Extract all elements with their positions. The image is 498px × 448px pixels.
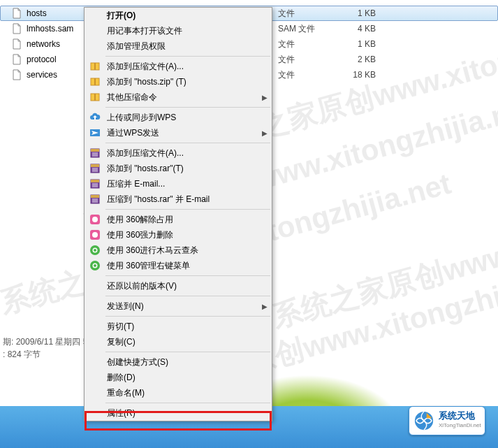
menu-label: 添加管理员权限 [103,41,269,52]
menu-item[interactable]: 复制(C) [85,334,272,349]
file-size: 2 KB [334,55,376,64]
menu-item[interactable]: 发送到(N)▶ [85,298,272,314]
blank-icon [87,38,103,54]
file-type: 文件 [278,69,334,81]
menu-item[interactable]: 属性(R) [85,405,272,421]
menu-label: 使用 360管理右键菜单 [103,260,269,272]
winrar-icon [87,176,103,192]
menu-label: 通过WPS发送 [103,127,262,139]
blank-icon [87,319,103,334]
menu-item[interactable]: 打开(O) [85,8,272,23]
menu-label: 删除(D) [103,372,269,384]
menu-label: 添加到压缩文件(A)... [103,147,269,159]
blank-icon [87,354,103,370]
file-icon [11,54,22,65]
menu-separator [105,403,270,403]
logo-text-en: XiTongTianDi.net [439,421,481,431]
menu-item[interactable]: 添加到压缩文件(A)... [85,59,272,74]
blank-icon [87,278,103,294]
menu-label: 其他压缩命令 [103,92,262,103]
file-size: 4 KB [334,24,376,34]
file-icon [11,8,22,19]
menu-label: 属性(R) [103,407,269,419]
menu-label: 剪切(T) [103,321,269,333]
menu-item[interactable]: 上传或同步到WPS [85,110,272,125]
menu-label: 还原以前的版本(V) [103,280,269,292]
menu-separator [105,316,270,317]
menu-label: 用记事本打开该文件 [103,25,269,37]
menu-item[interactable]: 使用 360解除占用 [85,212,272,227]
svg-rect-8 [91,149,99,152]
blank-icon [87,370,103,385]
svg-point-18 [92,232,98,238]
file-icon [11,38,22,50]
svg-point-16 [92,217,98,222]
file-icon [11,69,22,80]
blank-icon [87,8,103,23]
file-type: 文件 [278,54,334,66]
menu-item[interactable]: 添加到 "hosts.rar"(T) [85,161,272,176]
submenu-arrow-icon: ▶ [262,94,269,101]
menu-item[interactable]: 用记事本打开该文件 [85,23,272,38]
menu-separator [105,56,270,57]
menu-label: 重命名(M) [103,387,269,399]
menu-separator [105,107,270,108]
menu-item[interactable]: 创建快捷方式(S) [85,354,272,370]
menu-label: 打开(O) [103,10,269,22]
blank-icon [87,334,103,349]
menu-label: 压缩到 "hosts.rar" 并 E-mail [103,194,269,205]
menu-item[interactable]: 使用 360进行木马云查杀 [85,243,272,258]
menu-item[interactable]: 其他压缩命令▶ [85,89,272,105]
submenu-arrow-icon: ▶ [262,303,269,310]
menu-label: 使用 360解除占用 [103,214,269,226]
360-pink-icon [87,227,103,243]
blank-icon [87,405,103,421]
menu-item[interactable]: 剪切(T) [85,319,272,334]
svg-rect-12 [91,180,99,182]
menu-separator [105,296,270,296]
menu-item[interactable]: 删除(D) [85,370,272,385]
logo-text-cn: 系统天地 [439,411,481,421]
menu-item[interactable]: 通过WPS发送▶ [85,125,272,140]
menu-label: 添加到 "hosts.rar"(T) [103,163,269,175]
menu-separator [105,143,270,143]
svg-point-21 [94,249,96,252]
menu-item[interactable]: 重命名(M) [85,385,272,400]
winrar-icon [87,192,103,207]
menu-label: 使用 360强力删除 [103,229,269,241]
menu-item[interactable]: 压缩到 "hosts.rar" 并 E-mail [85,192,272,207]
360-green-icon [87,258,103,273]
menu-item[interactable]: 添加到 "hosts.zip" (T) [85,74,272,89]
status-size: : 824 字节 [3,348,87,361]
svg-rect-1 [94,63,96,70]
file-size: 18 KB [334,70,376,80]
menu-item[interactable]: 添加管理员权限 [85,38,272,54]
file-icon [11,23,22,34]
submenu-arrow-icon: ▶ [262,129,269,137]
menu-label: 压缩并 E-mail... [103,178,269,190]
file-size: 1 KB [334,39,376,49]
menu-label: 上传或同步到WPS [103,112,269,124]
status-bar: 期: 2009/6/11 星期四 5 : 824 字节 [3,335,87,361]
menu-item[interactable]: 还原以前的版本(V) [85,278,272,294]
site-logo: 系统天地 XiTongTianDi.net [409,406,485,435]
menu-item[interactable]: 使用 360管理右键菜单 [85,258,272,273]
cloud-up-icon [87,110,103,125]
winrar-icon [87,161,103,176]
menu-item[interactable]: 使用 360强力删除 [85,227,272,243]
svg-rect-5 [94,94,96,101]
file-type: 文件 [278,8,334,20]
menu-separator [105,209,270,210]
menu-item[interactable]: 添加到压缩文件(A)... [85,145,272,161]
menu-separator [105,275,270,276]
blank-icon [87,23,103,38]
svg-rect-14 [91,195,99,198]
blank-icon [87,298,103,314]
360-green-icon [87,243,103,258]
menu-label: 复制(C) [103,336,269,348]
svg-rect-10 [91,164,99,167]
menu-item[interactable]: 压缩并 E-mail... [85,176,272,192]
menu-label: 使用 360进行木马云查杀 [103,245,269,256]
menu-label: 添加到压缩文件(A)... [103,61,269,73]
zip-yellow-icon [87,59,103,74]
